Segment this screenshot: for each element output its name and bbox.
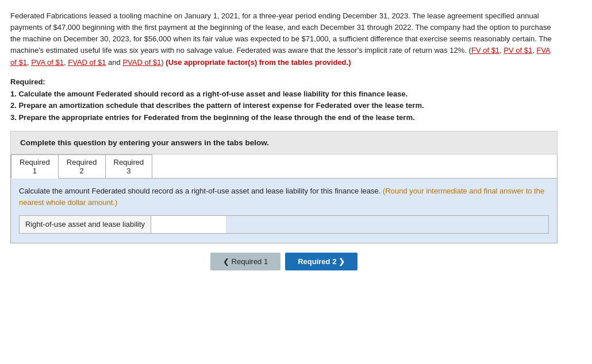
answer-row: Right-of-use asset and lease liability bbox=[19, 215, 549, 234]
paragraph-text: Federated Fabrications leased a tooling … bbox=[10, 11, 552, 55]
tab-2-label: Required bbox=[67, 158, 97, 166]
pvad-link[interactable]: PVAD of $1 bbox=[122, 58, 161, 67]
tab-1-sublabel: 1 bbox=[33, 166, 37, 175]
answer-input[interactable] bbox=[151, 216, 226, 233]
tab-content: Calculate the amount Federated should re… bbox=[11, 179, 557, 243]
tab-3-sublabel: 3 bbox=[126, 166, 130, 175]
required-section: Required: 1. Calculate the amount Federa… bbox=[10, 76, 558, 124]
required-item-2: 2. Prepare an amortization schedule that… bbox=[10, 101, 424, 110]
tab-3-label: Required bbox=[114, 158, 144, 166]
tab-required-2[interactable]: Required 2 bbox=[59, 154, 106, 178]
next-button[interactable]: Required 2 bbox=[285, 253, 357, 270]
complete-box-text: Complete this question by entering your … bbox=[20, 138, 269, 147]
tab-required-1[interactable]: Required 1 bbox=[11, 154, 59, 179]
required-label: Required: bbox=[10, 78, 45, 86]
use-tables-text: (Use appropriate factor(s) from the tabl… bbox=[166, 58, 351, 67]
tab-1-label: Required bbox=[20, 158, 50, 166]
main-paragraph: Federated Fabrications leased a tooling … bbox=[10, 10, 558, 68]
complete-box: Complete this question by entering your … bbox=[10, 131, 558, 154]
required-item-1: 1. Calculate the amount Federated should… bbox=[10, 90, 408, 98]
answer-label: Right-of-use asset and lease liability bbox=[20, 216, 151, 233]
tabs-area: Required 1 Required 2 Required 3 Calcula… bbox=[10, 154, 558, 243]
nav-buttons: Required 1 Required 2 bbox=[10, 253, 558, 270]
fv-link[interactable]: FV of $1 bbox=[471, 46, 499, 55]
fvad-link[interactable]: FVAD of $1 bbox=[68, 58, 106, 67]
pva-link[interactable]: PVA of $1 bbox=[31, 58, 64, 67]
tab-required-3[interactable]: Required 3 bbox=[106, 154, 153, 178]
prev-button[interactable]: Required 1 bbox=[210, 253, 280, 270]
instruction-black: Calculate the amount Federated should re… bbox=[19, 187, 380, 195]
pv-link[interactable]: PV of $1 bbox=[503, 46, 532, 55]
required-item-3: 3. Prepare the appropriate entries for F… bbox=[10, 113, 415, 122]
tab-2-sublabel: 2 bbox=[80, 166, 84, 175]
tab-row: Required 1 Required 2 Required 3 bbox=[11, 154, 557, 179]
